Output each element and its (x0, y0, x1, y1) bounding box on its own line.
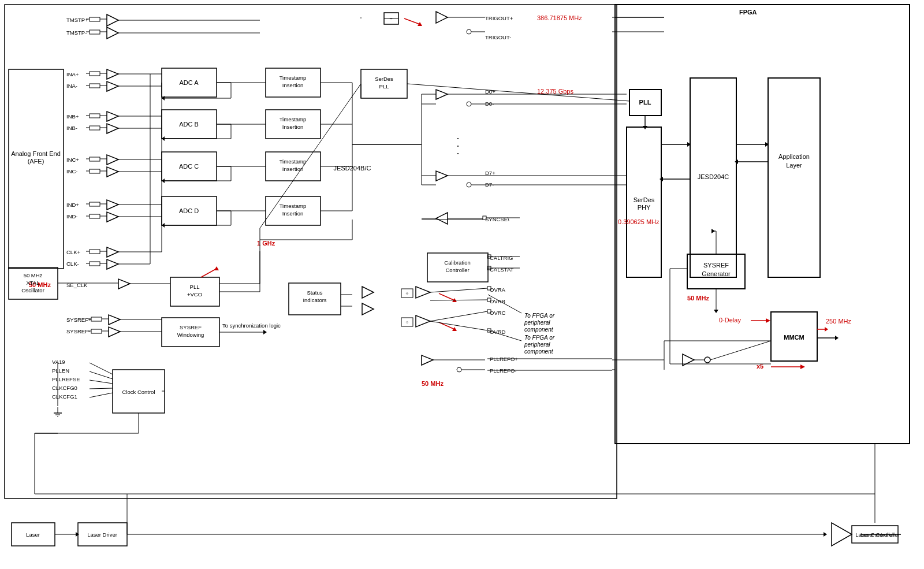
ind-plus-label: IND+ (66, 202, 79, 208)
serdes-phy-label: SerDes (634, 196, 655, 203)
calstat-label: CALSTAT (490, 266, 514, 273)
xtal-label2: XTAL (26, 280, 39, 286)
pllrefse-label: PLLREFSE (52, 376, 80, 382)
ts-a-label2: Insertion (282, 82, 303, 88)
clkcfg0-label: CLKCFG0 (52, 385, 77, 391)
d7-plus-label: D7+ (485, 170, 495, 176)
laser-driver-label: Laser Driver (87, 531, 117, 538)
inc-plus-label: INC+ (66, 157, 79, 163)
ts-d-label2: Insertion (282, 210, 303, 217)
app-layer-label: Application (778, 153, 810, 160)
app-layer-label2: Layer (786, 162, 802, 169)
ts-c-label: Timestamp (280, 158, 307, 165)
caltrig-label: CALTRIG (490, 255, 513, 261)
svg-rect-0 (0, 0, 924, 569)
to-fpga1-label3: component (524, 326, 554, 333)
pllen-label: PLLEN (52, 367, 69, 374)
to-fpga1-label2: peripheral (524, 319, 550, 326)
status-ind-label: Status (307, 289, 323, 296)
clkcfg1-label: CLKCFG1 (52, 393, 77, 400)
ts-b-label2: Insertion (282, 124, 303, 130)
sync-logic-label: To synchronization logic (222, 322, 281, 329)
serdes-pll-label: SerDes (375, 76, 393, 82)
pll-vco-label: PLL (190, 284, 200, 290)
tmstp-plus-label: TMSTP+ (66, 17, 88, 23)
to-fpga1-label: To FPGA or (524, 313, 555, 319)
freq-50mhz-bot-label: 50 MHz (422, 380, 444, 387)
to-fpga2-label3: component (524, 348, 554, 355)
freq-12375-label: 12.375 Gbps (537, 88, 573, 95)
ovrc-label: OVRC (490, 310, 506, 316)
ovrb-label: OVRB (490, 298, 505, 304)
ind-minus-label: IND- (66, 213, 78, 220)
to-fpga2-label2: peripheral (524, 341, 550, 348)
freq-50mhz-sysref-label: 50 MHz (687, 295, 709, 302)
syncse-label: SYNCSE\ (485, 216, 509, 222)
sysref-windowing-label2: Windowing (177, 332, 204, 338)
adc-c-label: ADC C (179, 163, 199, 170)
freq-250-label: 250 MHz (826, 318, 852, 325)
sysref-plus-label: SYSREF+ (66, 317, 92, 323)
ts-d-label: Timestamp (280, 203, 307, 209)
sysref-minus-label: SYSREF- (66, 328, 90, 334)
sysref-gen-label2: Generator (702, 270, 731, 277)
adc-a-label: ADC A (179, 79, 199, 86)
freq-390-label: 0.390625 MHz (618, 218, 660, 225)
to-fpga2-label: To FPGA or (524, 334, 555, 341)
va19-label: VA19 (52, 359, 65, 365)
ina-plus-label: INA+ (66, 71, 79, 77)
trigout-minus-label: TRIGOUT- (485, 34, 511, 40)
trigout-plus-label: TRIGOUT+ (485, 15, 513, 21)
zero-delay-label: 0-Delay (719, 317, 741, 323)
mmcm-label: MMCM (784, 334, 804, 341)
inb-plus-label: INB+ (66, 113, 79, 120)
serdes-pll-label2: PLL (379, 83, 389, 90)
jesd204c-label: JESD204C (698, 173, 729, 180)
d0-plus-label: D0+ (485, 88, 495, 95)
clk-plus-label: CLK+ (66, 249, 80, 255)
pll-label: PLL (639, 99, 651, 106)
tmstp-minus-label: TMSTP- (66, 29, 87, 36)
fpga-label: FPGA (739, 9, 757, 16)
afe-label2: (AFE) (28, 158, 44, 165)
clk-minus-label: CLK- (66, 261, 79, 267)
freq-386-label: 386.71875 MHz (537, 14, 582, 21)
div3-label: ÷ (406, 319, 409, 325)
div2-label: ÷ (406, 291, 409, 296)
dots-label3: · (456, 147, 459, 159)
adc-d-label: ADC D (179, 207, 199, 214)
sysref-gen-label: SYSREF (703, 262, 729, 269)
status-ind-label2: Indicators (303, 297, 326, 303)
afe-label: Analog Front End (11, 150, 61, 157)
adc-b-label: ADC B (179, 121, 199, 128)
pll-vco-label2: +VCO (187, 291, 202, 297)
ovra-label: OVRA (490, 287, 506, 293)
ts-a-label: Timestamp (280, 75, 307, 81)
xtal-label: 50 MHz (24, 272, 43, 278)
cal-controller-label: Calibration (444, 259, 470, 266)
inb-minus-label: INB- (66, 125, 77, 131)
serdes-phy-label2: PHY (638, 204, 651, 211)
ina-minus-label: INA- (66, 83, 77, 89)
laser-ctrl-box-label: Laser Controller (855, 531, 895, 538)
cal-controller-label2: Controller (445, 267, 469, 273)
inc-minus-label: INC- (66, 168, 78, 174)
clock-control-label: Clock Control (122, 389, 155, 395)
xtal-label3: Oscillator (21, 287, 44, 293)
ts-c-label2: Insertion (282, 166, 303, 172)
diagram-container: FPGA Analog Front End (AFE) TMSTP+ TMSTP… (0, 0, 924, 569)
ts-b-label: Timestamp (280, 116, 307, 122)
sysref-windowing-label: SYSREF (180, 324, 202, 330)
laser-label: Laser (26, 531, 40, 538)
